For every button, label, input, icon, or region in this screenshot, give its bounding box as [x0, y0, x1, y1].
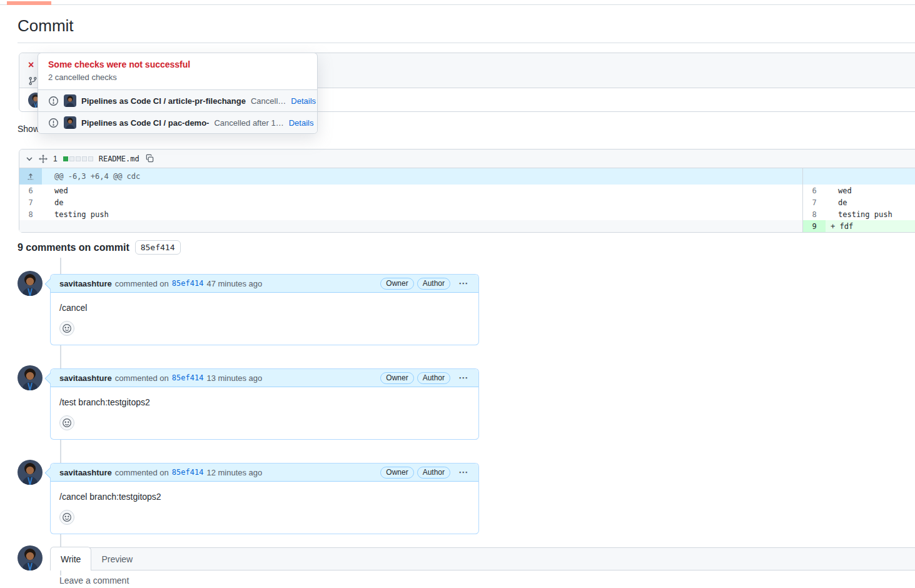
check-details-link[interactable]: Details — [291, 96, 316, 106]
comment-body-text: /cancel branch:testgitops2 — [59, 492, 470, 502]
line-text: de — [826, 196, 915, 208]
title-divider — [18, 43, 915, 43]
diff-line: 7 de — [803, 196, 915, 208]
comment-author[interactable]: savitaashture — [59, 468, 112, 477]
tab-preview[interactable]: Preview — [91, 549, 143, 570]
comment-action-text: commented on — [115, 279, 169, 288]
line-text: + fdf — [826, 220, 915, 232]
author-badge: Author — [417, 372, 450, 384]
comment-sha-link[interactable]: 85ef414 — [172, 468, 204, 477]
new-comment-form: Write Preview — [18, 545, 915, 588]
comment-sha-link[interactable]: 85ef414 — [172, 279, 204, 288]
comment-body-text: /cancel — [59, 303, 470, 313]
line-number[interactable]: 7 — [19, 196, 42, 208]
top-divider — [0, 4, 915, 5]
comment-author-avatar[interactable] — [18, 460, 43, 485]
diff-line: 8 testing push — [19, 208, 802, 220]
tab-write[interactable]: Write — [50, 547, 91, 570]
commit-sha-chip: 85ef414 — [135, 240, 181, 255]
expand-hunk-button[interactable] — [19, 168, 42, 185]
comments-heading: 9 comments on commit 85ef414 — [18, 240, 181, 255]
move-handle-icon[interactable] — [39, 155, 48, 163]
diff-left-pane: @@ -6,3 +6,4 @@ cdc 6 wed 7 de 8 testing… — [19, 168, 802, 232]
comment-body-text: /test branch:testgitops2 — [59, 397, 470, 407]
comment-input[interactable] — [59, 575, 497, 588]
comment-author[interactable]: savitaashture — [59, 279, 112, 288]
comment-action-text: commented on — [115, 468, 169, 477]
line-text: wed — [826, 185, 915, 196]
diff-added-line: 9 + fdf — [803, 220, 915, 232]
kebab-menu-icon[interactable]: ⋯ — [453, 467, 473, 478]
check-app-avatar — [64, 94, 76, 107]
diff-file-header: 1 README.md — [19, 150, 915, 168]
page-title: Commit — [18, 16, 74, 36]
check-app-avatar — [64, 116, 76, 129]
comment-box: savitaashture commented on 85ef414 47 mi… — [50, 274, 479, 345]
check-name: Pipelines as Code CI / article-pr-filech… — [81, 96, 246, 106]
line-text: de — [42, 196, 802, 208]
add-reaction-button[interactable] — [59, 510, 74, 525]
diff-line: 8 testing push — [803, 208, 915, 220]
comment-box: savitaashture commented on 85ef414 12 mi… — [50, 463, 479, 534]
line-text: wed — [42, 185, 802, 196]
comment: savitaashture commented on 85ef414 13 mi… — [18, 365, 479, 440]
comment-timestamp[interactable]: 12 minutes ago — [206, 468, 262, 477]
check-name: Pipelines as Code CI / pac-demo- — [81, 118, 209, 128]
owner-badge: Owner — [380, 278, 413, 290]
comment-sha-link[interactable]: 85ef414 — [172, 373, 204, 382]
git-branch-icon — [28, 76, 38, 86]
current-user-avatar[interactable] — [18, 545, 43, 570]
diff-hunk-filler — [803, 168, 915, 185]
kebab-menu-icon[interactable]: ⋯ — [453, 372, 473, 383]
comment-timestamp[interactable]: 47 minutes ago — [206, 279, 262, 288]
author-badge: Author — [417, 467, 450, 479]
copy-icon[interactable] — [145, 154, 154, 163]
owner-badge: Owner — [380, 467, 413, 479]
check-status: Cancell… — [251, 96, 286, 106]
diff-hunk-row: @@ -6,3 +6,4 @@ cdc — [19, 168, 802, 185]
showing-changed-files-text: Show — [18, 124, 39, 134]
additions-count: 1 — [53, 155, 58, 163]
owner-badge: Owner — [380, 372, 413, 384]
comment-form-tabs: Write Preview — [50, 547, 915, 570]
checks-popover-title: Some checks were not successful — [48, 59, 307, 69]
diff-line: 6 wed — [803, 185, 915, 196]
comment-box: savitaashture commented on 85ef414 13 mi… — [50, 368, 479, 440]
cancelled-alert-icon — [48, 118, 59, 128]
kebab-menu-icon[interactable]: ⋯ — [453, 278, 473, 289]
comment-author-avatar[interactable] — [18, 365, 43, 390]
diff-filename[interactable]: README.md — [99, 155, 139, 163]
comment-action-text: commented on — [115, 373, 169, 383]
comment: savitaashture commented on 85ef414 47 mi… — [18, 271, 479, 345]
line-number[interactable]: 9 — [803, 220, 826, 232]
tab-loading-accent — [7, 1, 51, 5]
comment-header: savitaashture commented on 85ef414 13 mi… — [51, 369, 478, 387]
comments-heading-text: 9 comments on commit — [18, 242, 129, 253]
diff-file-box: 1 README.md @@ -6,3 +6,4 @@ cdc 6 wed — [19, 149, 915, 233]
hunk-header-text: @@ -6,3 +6,4 @@ cdc — [42, 168, 802, 185]
check-row: Pipelines as Code CI / article-pr-filech… — [38, 89, 317, 111]
add-reaction-button[interactable] — [59, 415, 74, 430]
check-details-link[interactable]: Details — [289, 118, 314, 128]
checks-failed-x-icon[interactable]: × — [28, 60, 34, 70]
author-badge: Author — [417, 278, 450, 290]
line-number[interactable]: 6 — [19, 185, 42, 196]
line-text: testing push — [42, 208, 802, 220]
comment-author-avatar[interactable] — [18, 271, 43, 296]
comment-author[interactable]: savitaashture — [59, 373, 112, 383]
chevron-down-icon[interactable] — [26, 155, 33, 163]
comment-header: savitaashture commented on 85ef414 47 mi… — [51, 275, 478, 293]
diff-line: 7 de — [19, 196, 802, 208]
line-number[interactable]: 6 — [803, 185, 826, 196]
add-reaction-button[interactable] — [59, 321, 74, 336]
diff-line: 6 wed — [19, 185, 802, 196]
comment-header: savitaashture commented on 85ef414 12 mi… — [51, 464, 478, 482]
diffstat-blocks — [63, 156, 93, 161]
line-number[interactable]: 8 — [19, 208, 42, 220]
comment-timestamp[interactable]: 13 minutes ago — [206, 373, 262, 383]
check-status: Cancelled after 1… — [214, 118, 283, 128]
line-number[interactable]: 8 — [803, 208, 826, 220]
comment: savitaashture commented on 85ef414 12 mi… — [18, 460, 479, 534]
line-text: testing push — [826, 208, 915, 220]
line-number[interactable]: 7 — [803, 196, 826, 208]
